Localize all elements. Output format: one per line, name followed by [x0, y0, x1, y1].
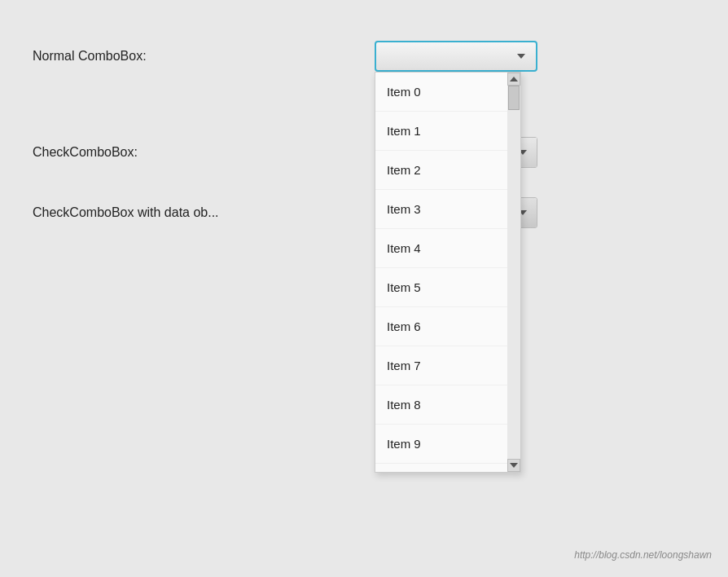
normal-combobox-label: Normal ComboBox:	[33, 49, 375, 64]
dropdown-item-5[interactable]: Item 5	[375, 268, 507, 307]
arrow-up-icon	[510, 77, 518, 81]
data-combobox-label: CheckComboBox with data ob...	[33, 205, 375, 220]
dropdown-scroll-area: Item 0 Item 1 Item 2 Item 3 Item 4 Item …	[375, 73, 520, 472]
main-container: Normal ComboBox: Item 0 Item 1 Item 2 It…	[0, 0, 728, 298]
scroll-thumb[interactable]	[508, 86, 520, 110]
scrollbar	[507, 73, 520, 472]
arrow-down-icon	[517, 54, 525, 59]
watermark: http://blog.csdn.net/loongshawn	[574, 549, 712, 561]
dropdown-item-8[interactable]: Item 8	[375, 385, 507, 425]
dropdown-item-7[interactable]: Item 7	[375, 346, 507, 385]
dropdown-item-2[interactable]: Item 2	[375, 151, 507, 190]
scroll-down-button[interactable]	[507, 459, 520, 472]
check-combobox-label: CheckComboBox:	[33, 145, 375, 160]
dropdown-list: Item 0 Item 1 Item 2 Item 3 Item 4 Item …	[375, 72, 521, 473]
dropdown-item-6[interactable]: Item 6	[375, 307, 507, 346]
arrow-down-icon	[510, 463, 518, 468]
combobox-dropdown-arrow	[513, 48, 529, 64]
normal-combobox[interactable]	[375, 41, 537, 72]
data-combobox-row: CheckComboBox with data ob...	[33, 197, 695, 228]
normal-combobox-wrapper: Item 0 Item 1 Item 2 Item 3 Item 4 Item …	[375, 41, 537, 72]
dropdown-item-3[interactable]: Item 3	[375, 190, 507, 229]
scroll-track[interactable]	[508, 86, 520, 472]
scroll-up-button[interactable]	[507, 73, 520, 86]
dropdown-item-1[interactable]: Item 1	[375, 112, 507, 151]
dropdown-items: Item 0 Item 1 Item 2 Item 3 Item 4 Item …	[375, 73, 507, 464]
normal-combobox-row: Normal ComboBox: Item 0 Item 1 Item 2 It…	[33, 41, 695, 72]
check-combobox-row: CheckComboBox:	[33, 137, 695, 168]
dropdown-item-0[interactable]: Item 0	[375, 73, 507, 112]
dropdown-item-4[interactable]: Item 4	[375, 229, 507, 268]
dropdown-item-9[interactable]: Item 9	[375, 425, 507, 464]
